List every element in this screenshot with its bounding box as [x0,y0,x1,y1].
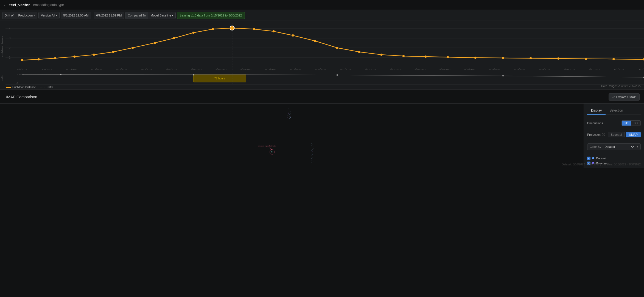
svg-point-145 [271,151,272,152]
traffic-chart: 1.345k 0 72 hours [5,73,644,85]
color-by-chevron: ▾ [637,145,638,148]
svg-point-132 [313,162,313,162]
svg-point-72 [60,74,61,75]
compared-to-label: Compared To [125,12,148,19]
svg-text:1: 1 [9,56,11,59]
training-info: training v1.0 data from 3/15/2022 to 3/3… [177,12,245,19]
svg-point-88 [291,113,291,114]
umap-button[interactable]: UMAP [626,132,641,137]
svg-point-36 [612,58,615,60]
svg-point-13 [93,54,95,56]
svg-point-121 [313,153,313,153]
svg-point-114 [313,148,314,149]
svg-text:5/22/2022: 5/22/2022 [365,68,376,71]
svg-text:6/2/2022: 6/2/2022 [639,68,644,71]
svg-point-82 [288,110,288,111]
svg-point-135 [312,145,312,145]
version-dropdown[interactable]: Version All [39,12,59,19]
svg-point-131 [310,161,311,161]
projection-toggle[interactable]: Spectral UMAP [608,132,641,137]
spectral-button[interactable]: Spectral [608,132,625,137]
svg-point-28 [402,55,405,57]
svg-point-93 [289,116,289,116]
svg-point-133 [312,162,312,163]
model-baseline-dropdown[interactable]: Model Baseline [148,12,175,19]
color-by-container: Color By Dataset ▾ [587,143,641,150]
tab-selection[interactable]: Selection [606,107,627,115]
dataset-legend-item-dataset: Dataset [587,157,641,160]
traffic-legend-item: Traffic [40,86,54,89]
svg-text:5/12/2022: 5/12/2022 [116,68,127,71]
svg-point-147 [272,152,272,152]
svg-point-148 [273,152,273,153]
svg-point-73 [193,74,194,76]
traffic-legend-label: Traffic [46,86,54,89]
svg-text:5/31/2022: 5/31/2022 [589,68,600,71]
svg-point-26 [358,51,360,53]
production-dropdown[interactable]: Production [16,12,37,19]
explore-umap-button[interactable]: ⤢ Explore UMAP [609,93,640,101]
back-button[interactable]: ← [3,3,7,7]
compared-to-group: Compared To Model Baseline [125,12,176,19]
svg-point-123 [312,154,312,155]
top-bar: ← text_vector embedding data type [0,0,644,10]
umap-title: UMAP Comparison [4,95,37,99]
euclidean-y-label: Euclidean Distance [0,21,5,72]
svg-point-130 [312,160,312,160]
svg-point-95 [289,117,289,117]
svg-point-27 [380,54,382,56]
explore-btn-label: Explore UMAP [616,95,636,99]
svg-text:5/20/2022: 5/20/2022 [315,68,326,71]
svg-point-11 [54,57,56,59]
panel-tabs: Display Selection [587,107,641,115]
svg-point-152 [271,151,272,151]
color-by-group[interactable]: Color By Dataset ▾ [587,143,641,150]
svg-point-21 [253,28,255,30]
tab-display[interactable]: Display [587,107,606,115]
date-end[interactable]: 6/7/2022 11:59 PM [94,12,124,19]
svg-point-18 [192,32,195,34]
svg-point-138 [312,155,312,155]
svg-point-124 [312,155,312,156]
svg-point-120 [312,152,312,152]
svg-point-142 [311,156,312,156]
svg-point-113 [312,148,312,148]
svg-point-127 [312,157,312,158]
svg-text:5/29/2022: 5/29/2022 [539,68,550,71]
version-group[interactable]: Version All [38,12,60,19]
date-start[interactable]: 5/8/2022 12:00 AM [61,12,91,19]
svg-text:5/9/2022: 5/9/2022 [42,68,52,71]
svg-point-98 [289,118,289,119]
chart-legend: Euclidean Distance Traffic [6,86,54,89]
svg-text:72 hours: 72 hours [214,77,225,80]
svg-text:5/27/2022: 5/27/2022 [489,68,500,71]
svg-point-30 [447,56,449,58]
svg-point-87 [290,113,290,113]
bottom-dataset-info: Dataset: 5/16/2022 - 5/19/2022 | Baselin… [562,163,641,166]
svg-point-150 [272,153,272,153]
dimension-toggle[interactable]: 2D 3D [621,120,641,126]
svg-point-97 [288,118,288,118]
svg-text:5/15/2022: 5/15/2022 [191,68,202,71]
3d-button[interactable]: 3D [631,121,640,126]
svg-text:6/1/2022: 6/1/2022 [614,68,624,71]
svg-point-33 [530,57,532,59]
svg-point-79 [290,109,290,109]
traffic-legend-line [40,87,45,88]
right-panel: Display Selection Dimensions 2D 3D Proje… [584,104,644,168]
svg-text:5/25/2022: 5/25/2022 [439,68,450,71]
svg-text:5/10/2022: 5/10/2022 [66,68,77,71]
projection-label: Projection i [587,133,605,136]
projection-info-icon[interactable]: i [602,133,605,136]
svg-text:5/30/2022: 5/30/2022 [564,68,575,71]
svg-point-100 [289,110,289,110]
dataset-checkbox[interactable] [587,157,590,160]
svg-point-91 [290,115,290,115]
svg-point-109 [313,145,313,145]
lower-right-cluster [310,143,314,163]
color-by-select[interactable]: Dataset [603,145,635,149]
2d-button[interactable]: 2D [622,121,631,126]
date-range-group: PDT 5/8/2022 12:00 AM - 6/7/2022 11:59 P… [61,12,124,19]
svg-point-143 [313,160,313,161]
svg-point-140 [313,161,313,161]
